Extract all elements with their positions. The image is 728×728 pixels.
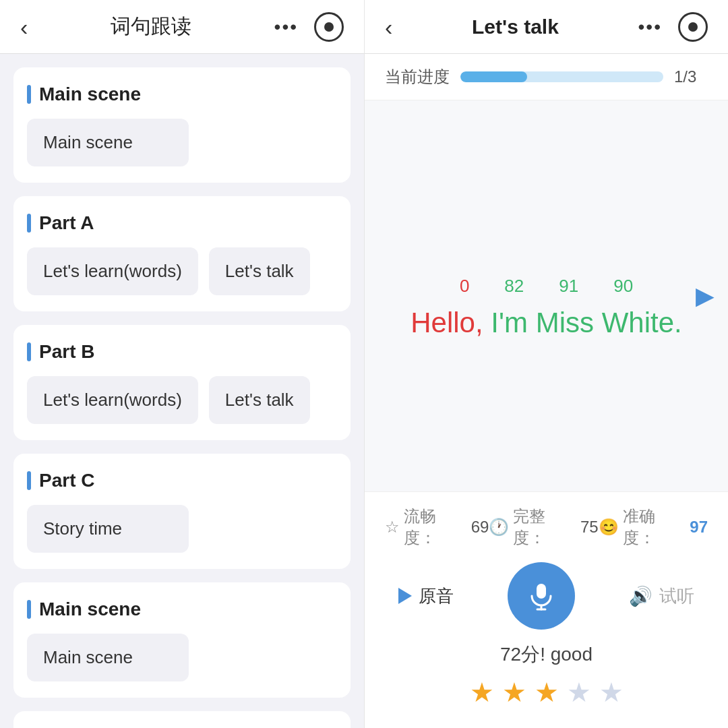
section-part-a-2: Part A	[13, 711, 351, 728]
section-items: Main scene	[27, 119, 337, 166]
progress-label: 当前进度	[385, 66, 450, 88]
mic-icon	[526, 581, 556, 611]
record-dot	[688, 22, 698, 32]
word-hello: Hello,	[411, 307, 483, 338]
word-miss: Miss	[536, 307, 594, 338]
right-header-icons: •••	[638, 12, 708, 42]
star-4: ★	[567, 677, 591, 708]
section-bar	[27, 471, 31, 490]
stars-row: ★ ★ ★ ★ ★	[385, 677, 708, 708]
sentence-text: Hello, I'm Miss White.	[411, 303, 681, 343]
fluency-label: ☆	[385, 518, 400, 537]
list-item[interactable]: Story time	[27, 505, 189, 553]
score-miss: 91	[559, 276, 578, 297]
left-header-title: 词句跟读	[111, 13, 191, 40]
left-header: ‹ 词句跟读 •••	[0, 0, 364, 54]
bottom-panel: ☆ 流畅度： 69 🕐 完整度： 75 😊 准确度： 97 原音	[365, 491, 728, 728]
completeness-label-icon: 🕐	[489, 518, 509, 537]
progress-count: 1/3	[674, 67, 708, 86]
record-dot	[324, 22, 334, 32]
right-header-left: ‹	[385, 16, 392, 38]
section-items: Story time	[27, 505, 337, 553]
stat-accuracy: 😊 准确度： 97	[599, 506, 708, 549]
play-label: 原音	[419, 584, 454, 608]
score-hello: 0	[460, 276, 469, 297]
left-panel: ‹ 词句跟读 ••• Main scene Main scene Part A	[0, 0, 364, 728]
section-main-scene-1: Main scene Main scene	[13, 67, 351, 183]
list-item[interactable]: Main scene	[27, 634, 189, 681]
left-dots-icon[interactable]: •••	[274, 16, 298, 38]
listen-wave-icon: 🔊	[629, 585, 653, 607]
list-item[interactable]: Let's talk	[209, 376, 310, 424]
completeness-value: 75	[580, 518, 599, 537]
list-item[interactable]: Let's learn(words)	[27, 247, 198, 295]
left-header-icons: •••	[274, 12, 344, 42]
section-bar	[27, 85, 31, 104]
section-items: Main scene	[27, 634, 337, 681]
stat-fluency: ☆ 流畅度： 69	[385, 506, 489, 549]
fluency-text: 流畅度：	[404, 506, 467, 549]
listen-button[interactable]: 🔊 试听	[615, 575, 708, 617]
section-part-c: Part C Story time	[13, 454, 351, 569]
play-triangle-icon	[398, 588, 412, 604]
listen-label: 试听	[659, 584, 694, 608]
score-white: 90	[613, 276, 633, 297]
svg-rect-0	[537, 584, 546, 599]
accuracy-label-icon: 😊	[599, 518, 619, 537]
fluency-value: 69	[471, 518, 489, 537]
left-record-icon[interactable]	[314, 12, 344, 42]
stat-completeness: 🕐 完整度： 75	[489, 506, 598, 549]
section-main-scene-2: Main scene Main scene	[13, 582, 351, 698]
list-item[interactable]: Let's learn(words)	[27, 376, 198, 424]
section-part-a: Part A Let's learn(words) Let's talk	[13, 196, 351, 311]
score-stats: ☆ 流畅度： 69 🕐 完整度： 75 😊 准确度： 97	[385, 506, 708, 549]
completeness-text: 完整度：	[513, 506, 576, 549]
right-panel: ‹ Let's talk ••• 当前进度 1/3 ▶ 0 82 91 90 H…	[364, 0, 728, 728]
section-title-part-c: Part C	[27, 470, 337, 491]
section-bar	[27, 600, 31, 619]
progress-fill	[460, 71, 527, 82]
list-item[interactable]: Main scene	[27, 119, 189, 166]
next-arrow-button[interactable]: ▶	[696, 282, 715, 310]
star-1: ★	[470, 677, 494, 708]
scores-row: 0 82 91 90	[411, 276, 681, 297]
accuracy-text: 准确度：	[623, 506, 686, 549]
score-result: 72分! good	[385, 642, 708, 667]
right-record-icon[interactable]	[678, 12, 708, 42]
section-title-part-b: Part B	[27, 341, 337, 363]
section-items: Let's learn(words) Let's talk	[27, 247, 337, 295]
score-im: 82	[504, 276, 524, 297]
mic-button[interactable]	[508, 562, 575, 630]
controls-row: 原音 🔊 试听	[385, 562, 708, 630]
section-bar	[27, 214, 31, 233]
list-item[interactable]: Let's talk	[209, 247, 310, 295]
play-original-button[interactable]: 原音	[385, 575, 467, 617]
section-title-main-scene-2: Main scene	[27, 599, 337, 620]
star-3: ★	[535, 677, 559, 708]
left-back-button[interactable]: ‹	[20, 16, 28, 38]
content-area: ▶ 0 82 91 90 Hello, I'm Miss White.	[365, 100, 728, 491]
star-5: ★	[599, 677, 624, 708]
section-title-part-a: Part A	[27, 212, 337, 234]
right-back-button[interactable]: ‹	[385, 16, 392, 38]
sentence-block: 0 82 91 90 Hello, I'm Miss White.	[411, 276, 681, 343]
section-items: Let's learn(words) Let's talk	[27, 376, 337, 424]
section-title-main-scene-1: Main scene	[27, 84, 337, 105]
right-dots-icon[interactable]: •••	[638, 16, 662, 38]
word-white: White.	[602, 307, 682, 338]
progress-track	[460, 71, 663, 82]
right-header: ‹ Let's talk •••	[365, 0, 728, 54]
section-part-b: Part B Let's learn(words) Let's talk	[13, 325, 351, 440]
left-scroll-area: Main scene Main scene Part A Let's learn…	[0, 54, 364, 728]
progress-bar-area: 当前进度 1/3	[365, 54, 728, 100]
right-header-title: Let's talk	[472, 16, 559, 38]
accuracy-value: 97	[690, 518, 708, 537]
word-im: I'm	[491, 307, 528, 338]
star-2: ★	[502, 677, 526, 708]
section-bar	[27, 342, 31, 361]
